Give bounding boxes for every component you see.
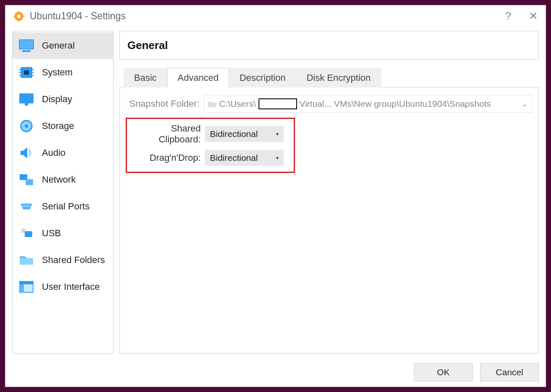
svg-rect-18 bbox=[25, 103, 28, 106]
svg-point-25 bbox=[26, 206, 27, 207]
caret-down-icon: ▾ bbox=[276, 131, 279, 137]
network-icon bbox=[18, 172, 35, 187]
titlebar: Ubuntu1904 - Settings ? ✕ bbox=[5, 5, 546, 31]
drag-n-drop-select[interactable]: Bidirectional ▾ bbox=[205, 150, 284, 166]
shared-clipboard-label: Shared Clipboard: bbox=[127, 123, 201, 145]
footer: OK Cancel bbox=[5, 358, 546, 387]
tab-disk-encryption[interactable]: Disk Encryption bbox=[296, 68, 381, 88]
highlight-box: Shared Clipboard: Bidirectional ▾ Drag'n… bbox=[126, 118, 295, 173]
tab-advanced[interactable]: Advanced bbox=[167, 68, 229, 88]
svg-point-24 bbox=[23, 206, 25, 207]
usb-icon bbox=[18, 226, 35, 241]
display-icon bbox=[18, 92, 35, 107]
sidebar-item-label: USB bbox=[42, 228, 61, 239]
gear-icon bbox=[13, 10, 25, 22]
svg-rect-29 bbox=[20, 258, 33, 265]
snapshot-folder-label: Snapshot Folder: bbox=[126, 98, 199, 109]
sidebar-item-network[interactable]: Network bbox=[13, 166, 113, 193]
sidebar-item-storage[interactable]: Storage bbox=[13, 113, 113, 139]
folder-small-icon bbox=[207, 100, 217, 108]
svg-rect-22 bbox=[20, 174, 27, 180]
svg-rect-23 bbox=[26, 179, 33, 185]
sidebar-item-label: Shared Folders bbox=[42, 255, 105, 266]
body: General System Display Storage bbox=[5, 31, 546, 358]
close-icon[interactable]: ✕ bbox=[529, 10, 538, 23]
chevron-down-icon[interactable]: ⌄ bbox=[522, 99, 528, 108]
drag-n-drop-label: Drag'n'Drop: bbox=[127, 152, 201, 163]
svg-rect-7 bbox=[20, 40, 33, 49]
drag-n-drop-row: Drag'n'Drop: Bidirectional ▾ bbox=[127, 150, 290, 166]
svg-rect-10 bbox=[24, 70, 29, 75]
svg-point-1 bbox=[17, 14, 21, 18]
svg-rect-32 bbox=[20, 284, 24, 292]
tab-basic[interactable]: Basic bbox=[124, 68, 167, 88]
shared-clipboard-select[interactable]: Bidirectional ▾ bbox=[205, 126, 284, 142]
svg-rect-31 bbox=[20, 281, 33, 284]
help-icon[interactable]: ? bbox=[505, 10, 511, 23]
sidebar-item-label: Network bbox=[42, 174, 76, 185]
redacted-segment bbox=[259, 98, 297, 109]
disk-icon bbox=[18, 119, 35, 134]
sidebar-item-label: Serial Ports bbox=[42, 201, 90, 212]
shared-clipboard-row: Shared Clipboard: Bidirectional ▾ bbox=[127, 123, 290, 145]
sidebar-item-label: Display bbox=[42, 94, 72, 105]
svg-point-26 bbox=[28, 206, 30, 207]
snapshot-path-suffix: Virtual... VMs\New group\Ubuntu1904\Snap… bbox=[300, 99, 491, 109]
svg-point-21 bbox=[25, 124, 28, 128]
shared-clipboard-value: Bidirectional bbox=[210, 129, 258, 139]
speaker-icon bbox=[18, 145, 35, 160]
main-panel: General Basic Advanced Description Disk … bbox=[119, 31, 539, 354]
snapshot-folder-field[interactable]: C:\Users\ Virtual... VMs\New group\Ubunt… bbox=[204, 95, 533, 113]
sidebar-item-user-interface[interactable]: User Interface bbox=[13, 273, 113, 300]
sidebar-item-display[interactable]: Display bbox=[13, 86, 113, 113]
svg-rect-8 bbox=[22, 50, 31, 52]
tabs: Basic Advanced Description Disk Encrypti… bbox=[119, 67, 539, 87]
snapshot-path-prefix: C:\Users\ bbox=[219, 99, 256, 109]
tab-description[interactable]: Description bbox=[229, 68, 296, 88]
caret-down-icon: ▾ bbox=[276, 155, 279, 161]
sidebar-item-audio[interactable]: Audio bbox=[13, 139, 113, 166]
folder-icon bbox=[18, 253, 35, 268]
window-title: Ubuntu1904 - Settings bbox=[30, 10, 500, 22]
sidebar-item-label: Storage bbox=[42, 121, 74, 132]
layout-icon bbox=[18, 279, 35, 294]
tab-body-advanced: Snapshot Folder: C:\Users\ Virtual... VM… bbox=[119, 87, 539, 353]
settings-window: Ubuntu1904 - Settings ? ✕ General System bbox=[5, 5, 546, 387]
sidebar-item-label: General bbox=[42, 40, 75, 51]
ok-button[interactable]: OK bbox=[414, 363, 473, 382]
page-title: General bbox=[119, 31, 539, 60]
sidebar: General System Display Storage bbox=[12, 31, 114, 354]
cancel-button[interactable]: Cancel bbox=[480, 363, 539, 382]
sidebar-item-label: Audio bbox=[42, 147, 65, 158]
sidebar-item-usb[interactable]: USB bbox=[13, 220, 113, 247]
svg-rect-17 bbox=[19, 93, 34, 103]
chip-icon bbox=[18, 65, 35, 80]
sidebar-item-general[interactable]: General bbox=[13, 32, 113, 59]
sidebar-item-label: System bbox=[42, 67, 72, 78]
svg-rect-28 bbox=[25, 231, 32, 237]
sidebar-item-serial-ports[interactable]: Serial Ports bbox=[13, 193, 113, 220]
monitor-icon bbox=[18, 38, 35, 53]
sidebar-item-system[interactable]: System bbox=[13, 59, 113, 86]
snapshot-folder-row: Snapshot Folder: C:\Users\ Virtual... VM… bbox=[126, 95, 533, 113]
sidebar-item-shared-folders[interactable]: Shared Folders bbox=[13, 247, 113, 273]
drag-n-drop-value: Bidirectional bbox=[210, 153, 258, 163]
tabs-container: Basic Advanced Description Disk Encrypti… bbox=[119, 60, 539, 354]
sidebar-item-label: User Interface bbox=[42, 281, 100, 292]
port-icon bbox=[18, 199, 35, 214]
